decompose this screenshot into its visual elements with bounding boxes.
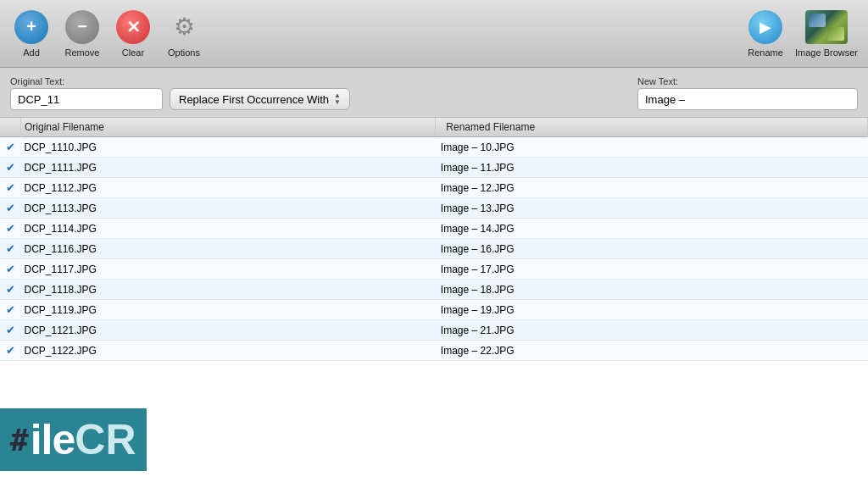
- options-label: Options: [168, 47, 200, 58]
- row-checkbox[interactable]: ✔: [0, 158, 21, 178]
- renamed-filename-header: Renamed Filename: [436, 118, 868, 137]
- renamed-filename-cell: Image – 11.JPG: [436, 158, 868, 178]
- remove-label: Remove: [65, 47, 100, 58]
- table-header-row: Original Filename Renamed Filename: [0, 118, 868, 137]
- row-checkbox[interactable]: ✔: [0, 239, 21, 259]
- gear-icon: ⚙: [167, 10, 201, 44]
- add-label: Add: [23, 47, 40, 58]
- new-text-input[interactable]: [637, 88, 858, 110]
- watermark-hash: #: [10, 423, 29, 458]
- table-row[interactable]: ✔DCP_1112.JPGImage – 12.JPG: [0, 178, 868, 198]
- row-checkbox[interactable]: ✔: [0, 280, 21, 300]
- clear-label: Clear: [122, 47, 144, 58]
- toolbar: + Add − Remove ✕ Clear ⚙ Options ▶ Renam…: [0, 0, 868, 68]
- check-header: [0, 118, 21, 137]
- original-filename-cell: DCP_1112.JPG: [21, 178, 436, 198]
- original-text-group: Original Text:: [10, 76, 163, 110]
- row-checkbox[interactable]: ✔: [0, 219, 21, 239]
- image-browser-label: Image Browser: [795, 47, 858, 58]
- options-button[interactable]: ⚙ Options: [163, 10, 205, 58]
- original-filename-cell: DCP_1113.JPG: [21, 198, 436, 219]
- renamed-filename-cell: Image – 10.JPG: [436, 137, 868, 158]
- clear-icon: ✕: [116, 10, 150, 44]
- renamed-filename-cell: Image – 17.JPG: [436, 259, 868, 280]
- replace-mode-dropdown[interactable]: Replace First Occurrence With ▲ ▼: [170, 88, 350, 110]
- original-filename-cell: DCP_1117.JPG: [21, 259, 436, 280]
- renamed-filename-cell: Image – 14.JPG: [436, 219, 868, 239]
- table-row[interactable]: ✔DCP_1121.JPGImage – 21.JPG: [0, 320, 868, 341]
- row-checkbox[interactable]: ✔: [0, 198, 21, 219]
- row-checkbox[interactable]: ✔: [0, 300, 21, 320]
- file-table-body: ✔DCP_1110.JPGImage – 10.JPG✔DCP_1111.JPG…: [0, 137, 868, 361]
- original-filename-cell: DCP_1114.JPG: [21, 219, 436, 239]
- renamed-filename-cell: Image – 22.JPG: [436, 341, 868, 361]
- renamed-filename-cell: Image – 16.JPG: [436, 239, 868, 259]
- renamed-filename-cell: Image – 21.JPG: [436, 320, 868, 341]
- renamed-filename-cell: Image – 19.JPG: [436, 300, 868, 320]
- renamed-filename-cell: Image – 18.JPG: [436, 280, 868, 300]
- table-row[interactable]: ✔DCP_1110.JPGImage – 10.JPG: [0, 137, 868, 158]
- original-text-input[interactable]: [10, 88, 163, 110]
- dropdown-group: Replace First Occurrence With ▲ ▼: [170, 88, 350, 110]
- remove-icon: −: [65, 10, 99, 44]
- image-browser-icon: [805, 10, 848, 44]
- watermark-cr: CR: [75, 415, 136, 464]
- row-checkbox[interactable]: ✔: [0, 178, 21, 198]
- row-checkbox[interactable]: ✔: [0, 259, 21, 280]
- row-checkbox[interactable]: ✔: [0, 320, 21, 341]
- original-filename-header: Original Filename: [21, 118, 436, 137]
- table-row[interactable]: ✔DCP_1111.JPGImage – 11.JPG: [0, 158, 868, 178]
- image-browser-button[interactable]: Image Browser: [795, 10, 858, 58]
- add-icon: +: [14, 10, 48, 44]
- table-row[interactable]: ✔DCP_1119.JPGImage – 19.JPG: [0, 300, 868, 320]
- original-filename-cell: DCP_1118.JPG: [21, 280, 436, 300]
- table-row[interactable]: ✔DCP_1113.JPGImage – 13.JPG: [0, 198, 868, 219]
- renamed-filename-cell: Image – 12.JPG: [436, 178, 868, 198]
- original-filename-cell: DCP_1119.JPG: [21, 300, 436, 320]
- remove-button[interactable]: − Remove: [61, 10, 103, 58]
- original-filename-cell: DCP_1116.JPG: [21, 239, 436, 259]
- dropdown-label: Replace First Occurrence With: [179, 93, 329, 106]
- file-table: Original Filename Renamed Filename ✔DCP_…: [0, 118, 868, 361]
- renamed-filename-cell: Image – 13.JPG: [436, 198, 868, 219]
- watermark-box: # ile CR: [0, 408, 147, 471]
- row-checkbox[interactable]: ✔: [0, 137, 21, 158]
- clear-button[interactable]: ✕ Clear: [112, 10, 154, 58]
- rename-icon: ▶: [748, 10, 782, 44]
- new-text-group: New Text:: [637, 76, 858, 110]
- new-text-label: New Text:: [637, 76, 858, 86]
- original-filename-cell: DCP_1111.JPG: [21, 158, 436, 178]
- table-row[interactable]: ✔DCP_1117.JPGImage – 17.JPG: [0, 259, 868, 280]
- watermark-file: ile: [31, 415, 75, 464]
- original-filename-cell: DCP_1110.JPG: [21, 137, 436, 158]
- rename-label: Rename: [748, 47, 783, 58]
- row-checkbox[interactable]: ✔: [0, 341, 21, 361]
- original-filename-cell: DCP_1122.JPG: [21, 341, 436, 361]
- chevron-updown-icon: ▲ ▼: [334, 92, 341, 106]
- table-row[interactable]: ✔DCP_1122.JPGImage – 22.JPG: [0, 341, 868, 361]
- rename-button[interactable]: ▶ Rename: [744, 10, 787, 58]
- table-row[interactable]: ✔DCP_1114.JPGImage – 14.JPG: [0, 219, 868, 239]
- table-row[interactable]: ✔DCP_1118.JPGImage – 18.JPG: [0, 280, 868, 300]
- original-filename-cell: DCP_1121.JPG: [21, 320, 436, 341]
- original-text-label: Original Text:: [10, 76, 163, 86]
- table-row[interactable]: ✔DCP_1116.JPGImage – 16.JPG: [0, 239, 868, 259]
- search-area: Original Text: Replace First Occurrence …: [0, 68, 868, 118]
- add-button[interactable]: + Add: [10, 10, 53, 58]
- watermark: # ile CR: [0, 408, 147, 471]
